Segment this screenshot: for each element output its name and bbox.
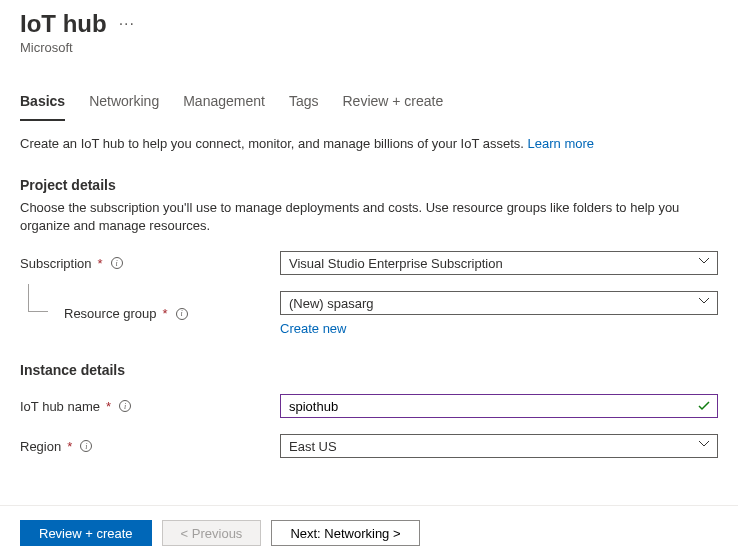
region-select[interactable]: East US: [280, 434, 718, 458]
learn-more-link[interactable]: Learn more: [528, 136, 594, 151]
review-create-button[interactable]: Review + create: [20, 520, 152, 546]
more-menu-icon[interactable]: ···: [119, 15, 135, 33]
subscription-select[interactable]: Visual Studio Enterprise Subscription: [280, 251, 718, 275]
region-value: East US: [289, 439, 337, 454]
tab-networking[interactable]: Networking: [89, 87, 159, 121]
chevron-down-icon: [699, 441, 709, 451]
subscription-value: Visual Studio Enterprise Subscription: [289, 256, 503, 271]
tree-connector: [28, 284, 48, 312]
tab-basics[interactable]: Basics: [20, 87, 65, 121]
project-details-heading: Project details: [20, 177, 718, 193]
intro-text: Create an IoT hub to help you connect, m…: [20, 136, 718, 151]
instance-details-heading: Instance details: [20, 362, 718, 378]
previous-button: < Previous: [162, 520, 262, 546]
chevron-down-icon: [699, 298, 709, 308]
subscription-label: Subscription* i: [20, 256, 280, 271]
page-title: IoT hub: [20, 10, 107, 38]
tab-management[interactable]: Management: [183, 87, 265, 121]
create-new-link[interactable]: Create new: [280, 321, 718, 336]
check-icon: [698, 401, 710, 411]
info-icon[interactable]: i: [80, 440, 92, 452]
tab-tags[interactable]: Tags: [289, 87, 319, 121]
resource-group-label: Resource group* i: [20, 306, 280, 321]
tab-review[interactable]: Review + create: [342, 87, 443, 121]
footer-bar: Review + create < Previous Next: Network…: [0, 505, 738, 560]
tab-bar: Basics Networking Management Tags Review…: [0, 87, 738, 122]
info-icon[interactable]: i: [176, 308, 188, 320]
project-details-desc: Choose the subscription you'll use to ma…: [20, 199, 718, 235]
region-label: Region* i: [20, 439, 280, 454]
resource-group-select[interactable]: (New) spasarg: [280, 291, 718, 315]
iothub-name-input[interactable]: [280, 394, 718, 418]
info-icon[interactable]: i: [111, 257, 123, 269]
iothub-name-label: IoT hub name* i: [20, 399, 280, 414]
publisher-name: Microsoft: [20, 40, 718, 55]
info-icon[interactable]: i: [119, 400, 131, 412]
chevron-down-icon: [699, 258, 709, 268]
resource-group-value: (New) spasarg: [289, 296, 374, 311]
next-button[interactable]: Next: Networking >: [271, 520, 419, 546]
